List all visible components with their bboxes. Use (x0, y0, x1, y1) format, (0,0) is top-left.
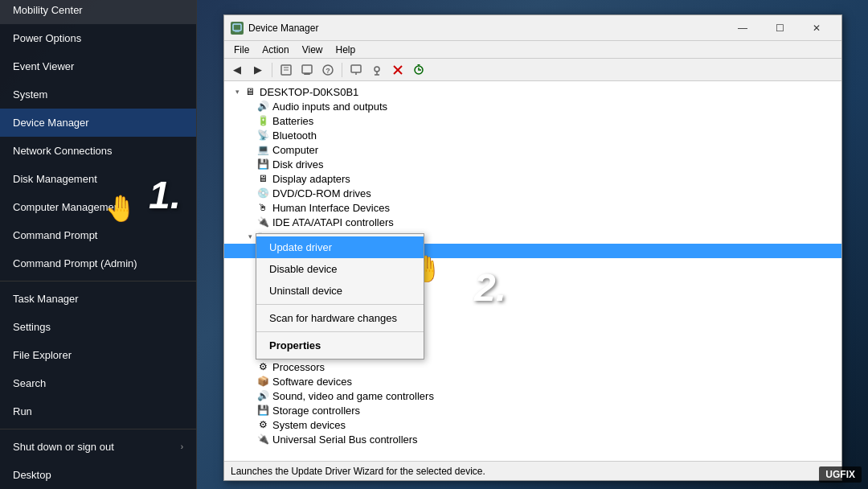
title-bar-buttons: — ☐ ✕ (724, 15, 835, 41)
tree-item[interactable]: 🔌 Universal Serial Bus controllers (224, 432, 841, 446)
tree-item[interactable]: ⚙ Processors (224, 360, 841, 374)
start-menu-item-mobility-center[interactable]: Mobility Center (0, 0, 196, 24)
tree-item[interactable]: 🖥 Display adapters (224, 171, 841, 186)
tree-arrow-icon (244, 259, 256, 272)
start-menu-label: Run (13, 405, 32, 417)
toolbar-sep-1 (272, 63, 272, 77)
minimize-button[interactable]: — (724, 15, 761, 41)
menu-separator (0, 281, 196, 281)
svg-rect-9 (351, 65, 361, 72)
start-menu-label: Settings (13, 321, 51, 333)
tree-arrow-icon (244, 375, 256, 388)
tree-node-label: Human Interface Devices (272, 202, 390, 214)
toolbar-btn-5[interactable] (346, 61, 366, 79)
tree-node-icon: ⚙ (256, 360, 269, 373)
tree-item[interactable]: ⚙ System devices (224, 417, 841, 432)
tree-item[interactable]: 📦 Software devices (224, 374, 841, 388)
tree-node-label: IDE ATA/ATAPI controllers (272, 216, 394, 228)
tree-root-label: DESKTOP-D0KS0B1 (260, 86, 358, 98)
context-item-properties[interactable]: Properties (256, 335, 424, 356)
tree-item[interactable]: 💿 DVD/CD-ROM drives (224, 186, 841, 200)
start-menu-item-search[interactable]: Search (0, 369, 196, 397)
tree-node-label: Computer (272, 144, 318, 156)
tree-item[interactable]: 💻 Computer (224, 142, 841, 157)
context-item-uninstall-device[interactable]: Uninstall device (256, 280, 424, 302)
svg-rect-6 (304, 73, 310, 75)
start-menu-item-shutdown[interactable]: Shut down or sign out› (0, 433, 196, 461)
tree-node-icon: 💻 (256, 143, 269, 156)
svg-text:?: ? (326, 67, 330, 75)
toolbar-btn-4[interactable] (297, 61, 317, 79)
context-item-update-driver[interactable]: Update driver (256, 236, 424, 258)
toolbar-btn-3[interactable] (276, 61, 296, 79)
context-item-label: Uninstall device (269, 285, 342, 297)
tree-arrow-icon (244, 317, 256, 330)
toolbar-btn-help[interactable]: ? (318, 61, 338, 79)
tree-arrow-icon (244, 100, 256, 113)
forward-button[interactable]: ▶ (248, 61, 268, 79)
start-menu-item-desktop[interactable]: Desktop (0, 461, 196, 489)
start-menu-item-network-connections[interactable]: Network Connections (0, 137, 196, 165)
start-menu-label: System (13, 88, 47, 101)
tree-node-icon: 🖱 (256, 201, 269, 214)
tree-node-label: DVD/CD-ROM drives (272, 187, 371, 199)
tree-arrow-icon (244, 187, 256, 199)
tree-arrow-icon (244, 418, 256, 431)
menu-view[interactable]: View (296, 43, 330, 57)
tree-root[interactable]: ▾ 🖥 DESKTOP-D0KS0B1 (224, 84, 841, 99)
menu-help[interactable]: Help (330, 43, 362, 57)
context-item-label: Scan for hardware changes (269, 312, 397, 324)
tree-node-icon: 📦 (256, 375, 269, 388)
start-menu-item-run[interactable]: Run (0, 397, 196, 425)
start-menu-item-command-prompt-admin[interactable]: Command Prompt (Admin) (0, 249, 196, 277)
menu-separator (0, 429, 196, 429)
context-item-scan-hardware[interactable]: Scan for hardware changes (256, 307, 424, 329)
tree-node-icon: 🔌 (256, 433, 269, 446)
tree-arrow-icon (244, 389, 256, 402)
start-menu-item-system[interactable]: System (0, 80, 196, 109)
tree-arrow-icon (244, 129, 256, 142)
tree-item[interactable]: 💾 Disk drives (224, 157, 841, 171)
tree-arrow-icon: ▾ (244, 230, 256, 243)
context-item-disable-device[interactable]: Disable device (256, 258, 424, 280)
tree-arrow-icon (244, 360, 256, 373)
tree-item[interactable]: 🔌 IDE ATA/ATAPI controllers (224, 215, 841, 229)
status-bar: Launches the Update Driver Wizard for th… (224, 461, 841, 480)
start-menu-label: Device Manager (13, 117, 89, 129)
close-button[interactable]: ✕ (798, 15, 835, 41)
start-menu-item-computer-management[interactable]: Computer Management (0, 193, 196, 221)
start-menu-item-file-explorer[interactable]: File Explorer (0, 341, 196, 369)
back-button[interactable]: ◀ (227, 61, 247, 79)
remove-button[interactable] (388, 61, 407, 79)
start-menu-item-disk-management[interactable]: Disk Management (0, 165, 196, 193)
start-menu-item-task-manager[interactable]: Task Manager (0, 285, 196, 313)
svg-rect-0 (233, 24, 241, 31)
tree-node-icon: 💾 (256, 404, 269, 417)
start-menu-label: Shut down or sign out (13, 441, 114, 453)
start-menu-item-device-manager[interactable]: Device Manager (0, 109, 196, 137)
toolbar-btn-6[interactable] (367, 61, 387, 79)
start-menu-item-command-prompt[interactable]: Command Prompt (0, 221, 196, 249)
tree-item[interactable]: 🖱 Human Interface Devices (224, 200, 841, 215)
tree-item[interactable]: 🔊 Audio inputs and outputs (224, 99, 841, 113)
start-menu-item-settings[interactable]: Settings (0, 313, 196, 341)
title-bar: Device Manager — ☐ ✕ (224, 15, 841, 41)
tree-arrow-icon (244, 302, 256, 315)
tree-node-label: Software devices (272, 376, 352, 388)
start-menu-item-event-viewer[interactable]: Event Viewer (0, 52, 196, 80)
menu-bar: File Action View Help (224, 41, 841, 59)
start-menu-label: Network Connections (13, 145, 113, 157)
start-menu-item-power-options[interactable]: Power Options (0, 24, 196, 52)
menu-file[interactable]: File (227, 43, 256, 57)
tree-item[interactable]: 💾 Storage controllers (224, 403, 841, 417)
tree-item[interactable]: 📡 Bluetooth (224, 128, 841, 142)
menu-action[interactable]: Action (256, 43, 295, 57)
tree-item[interactable]: 🔋 Batteries (224, 113, 841, 128)
tree-node-icon: 🔊 (256, 100, 269, 113)
scan-button[interactable] (409, 61, 428, 79)
tree-node-label: Batteries (272, 115, 313, 127)
context-item-label: Disable device (269, 263, 338, 275)
tree-node-label: Storage controllers (272, 405, 360, 417)
tree-item[interactable]: 🔊 Sound, video and game controllers (224, 388, 841, 403)
maximize-button[interactable]: ☐ (761, 15, 798, 41)
